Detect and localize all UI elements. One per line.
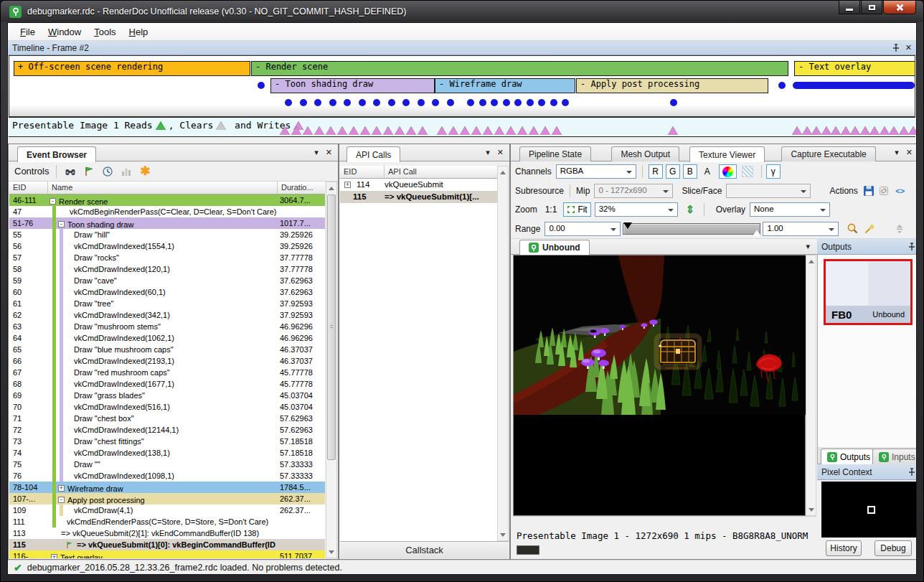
event-row[interactable]: 109vkCmdDraw(4,1)262.37... — [9, 504, 325, 516]
draw-event-dot[interactable] — [447, 99, 454, 106]
write-marker-triangle[interactable] — [668, 126, 678, 135]
event-row[interactable]: 63Draw "mushroom stems"46.96296 — [9, 321, 325, 332]
tab-event-browser[interactable]: Event Browser — [17, 146, 96, 162]
alpha-background-button[interactable] — [738, 164, 757, 179]
event-row[interactable]: 60vkCmdDrawIndexed(60,1)37.62963 — [9, 286, 325, 298]
event-row[interactable]: 113=> vkQueueSubmit(2)[1]: vkEndCommandB… — [9, 527, 325, 539]
menu-tools[interactable]: Tools — [88, 24, 122, 39]
event-row[interactable]: 72vkCmdDrawIndexed(12144,1)57.62963 — [9, 424, 325, 436]
draw-event-dot[interactable] — [550, 99, 557, 106]
channels-select[interactable]: RGBA — [556, 164, 636, 179]
column-eid[interactable]: EID — [9, 182, 48, 194]
save-icon[interactable] — [862, 184, 875, 197]
scroll-up-icon[interactable] — [498, 166, 508, 178]
write-marker-triangle[interactable] — [821, 126, 831, 135]
code-icon[interactable]: <> — [894, 184, 907, 197]
expand-icon[interactable]: + — [344, 182, 351, 188]
draw-event-dot[interactable] — [538, 99, 545, 106]
write-marker-triangle[interactable] — [540, 126, 550, 135]
scroll-up-icon[interactable] — [326, 182, 336, 194]
api-calls-scrollbar[interactable] — [497, 166, 509, 541]
mip-select[interactable]: 0 - 1272x690 — [594, 184, 673, 198]
event-row[interactable]: 62vkCmdDrawIndexed(342,1)37.92593 — [9, 309, 325, 321]
tab-inputs[interactable]: Inputs — [872, 449, 917, 464]
expand-icon[interactable]: + — [58, 485, 65, 492]
api-table-header[interactable]: EID API Call — [340, 166, 497, 179]
event-row[interactable]: 76vkCmdDrawIndexed(1098,1)57.33333 — [9, 470, 325, 482]
texture-hscrollbar[interactable] — [513, 516, 816, 525]
find-event-icon[interactable] — [64, 165, 77, 178]
scrollbar-thumb[interactable] — [327, 194, 336, 460]
pin-icon[interactable] — [908, 468, 915, 477]
texture-vscrollbar[interactable] — [806, 255, 816, 516]
write-marker-triangle[interactable] — [280, 126, 290, 135]
write-marker-triangle[interactable] — [383, 126, 393, 135]
draw-event-dot[interactable] — [514, 99, 522, 106]
write-marker-triangle[interactable] — [850, 126, 860, 135]
write-marker-triangle[interactable] — [841, 126, 851, 135]
event-row[interactable]: 65Draw "blue mushroom caps"46.37037 — [9, 344, 325, 355]
write-marker-triangle[interactable] — [529, 126, 539, 135]
event-row[interactable]: 116-...+Text overlay511.7037 — [9, 550, 325, 558]
write-marker-triangle[interactable] — [418, 126, 428, 135]
draw-event-dot[interactable] — [388, 99, 395, 106]
event-row[interactable]: 66vkCmdDrawIndexed(2193,1)46.37037 — [9, 355, 325, 367]
close-icon[interactable]: ✕ — [497, 148, 504, 157]
event-row[interactable]: 57Draw "rocks"37.77778 — [9, 252, 325, 263]
api-events-icon[interactable]: ✱ — [138, 165, 151, 178]
write-marker-triangle[interactable] — [802, 126, 812, 135]
draw-events-pill[interactable] — [793, 82, 915, 89]
event-row[interactable]: 115=> vkQueueSubmit(1)[0]: vkBeginComman… — [9, 539, 325, 550]
write-marker-triangle[interactable] — [494, 126, 504, 135]
close-icon[interactable]: ✕ — [905, 43, 912, 52]
zoom-range-icon[interactable] — [846, 222, 859, 235]
event-row[interactable]: 74vkCmdDrawIndexed(138,1)57.18518 — [9, 447, 325, 459]
column-api-call[interactable]: API Call — [385, 166, 497, 178]
write-marker-triangle[interactable] — [437, 126, 447, 135]
fb0-thumbnail[interactable]: FB0 Unbound — [824, 259, 913, 325]
close-icon[interactable]: ✕ — [326, 148, 332, 157]
write-marker-triangle[interactable] — [291, 126, 301, 135]
range-white-handle[interactable] — [753, 230, 761, 236]
color-wheel-button[interactable] — [719, 164, 737, 179]
collapse-icon[interactable]: - — [58, 497, 65, 503]
title-bar[interactable]: debugmarker.rdc - RenderDoc Unofficial r… — [1, 1, 923, 22]
write-marker-triangle[interactable] — [869, 126, 880, 135]
timeline-header[interactable]: Timeline - Frame #2 ✕ — [8, 41, 916, 55]
zoom-1to1-button[interactable]: 1:1 — [542, 202, 561, 217]
tab-capture-executable[interactable]: Capture Executable — [781, 146, 875, 161]
draw-event-dot[interactable] — [285, 99, 292, 106]
write-marker-triangle[interactable] — [552, 126, 562, 135]
tab-pipeline-state[interactable]: Pipeline State — [519, 146, 591, 161]
sliceface-select[interactable] — [726, 184, 811, 198]
range-min-input[interactable]: 0.00 — [544, 222, 621, 236]
close-button[interactable] — [883, 1, 916, 14]
fit-button[interactable]: Fit — [563, 202, 590, 217]
chevron-down-icon[interactable]: ▾ — [806, 242, 810, 251]
event-row[interactable]: 51-76-Toon shading draw1017.7... — [9, 217, 325, 229]
event-row[interactable]: 64vkCmdDrawIndexed(1062,1)46.96296 — [9, 332, 325, 344]
callstack-collapsed-panel[interactable]: Callstack — [340, 541, 509, 558]
channel-a-button[interactable]: A — [700, 164, 715, 179]
picked-color-swatch[interactable] — [517, 545, 539, 555]
channel-b-button[interactable]: B — [683, 164, 697, 179]
event-row[interactable]: 111vkCmdEndRenderPass(C=Store, D=Store, … — [9, 516, 325, 527]
flip-y-icon[interactable]: ⇕ — [684, 203, 697, 216]
draw-event-dot[interactable] — [527, 99, 534, 106]
write-marker-triangle[interactable] — [395, 126, 405, 135]
write-marker-triangle[interactable] — [483, 126, 493, 135]
timeline-bar-wireframe[interactable]: - Wireframe draw — [435, 78, 575, 93]
event-row[interactable]: 107-...-Apply post processing262.37... — [9, 493, 325, 504]
scroll-down-icon[interactable] — [498, 529, 508, 540]
event-row[interactable]: 67Draw "red mushroom caps"45.77778 — [9, 367, 325, 378]
write-marker-triangle[interactable] — [831, 126, 841, 135]
write-marker-triangle[interactable] — [326, 126, 336, 135]
write-marker-triangle[interactable] — [880, 126, 890, 135]
event-row[interactable]: 68vkCmdDrawIndexed(1677,1)45.77778 — [9, 378, 325, 390]
write-marker-triangle[interactable] — [471, 126, 481, 135]
pixel-context-view[interactable] — [821, 482, 917, 538]
event-row[interactable]: 59Draw "cave"37.62963 — [9, 275, 325, 286]
link-icon[interactable] — [878, 184, 891, 197]
draw-event-dot[interactable] — [479, 99, 486, 106]
api-call-row[interactable]: 115=> vkQueueSubmit(1)[... — [340, 191, 497, 203]
